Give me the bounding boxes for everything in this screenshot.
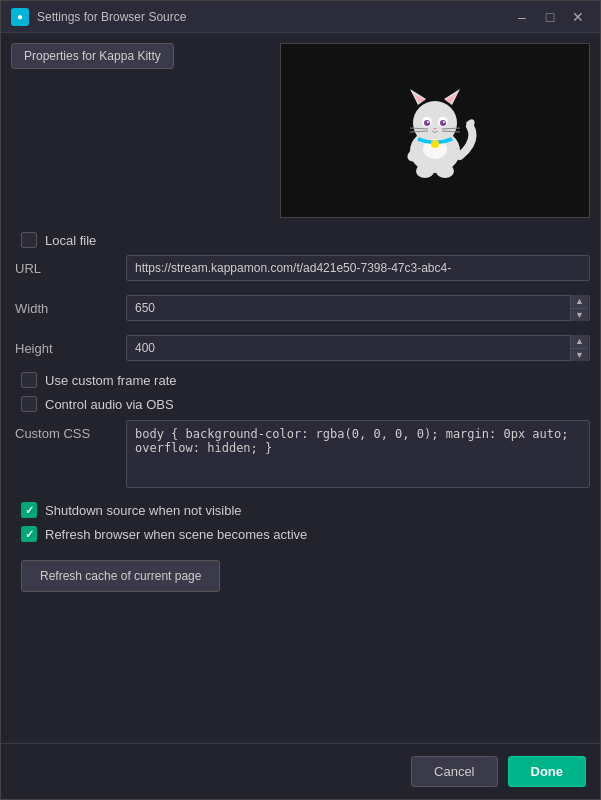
svg-point-11 (443, 121, 445, 123)
done-button[interactable]: Done (508, 756, 587, 787)
height-input[interactable] (126, 335, 590, 361)
settings-window: ● Settings for Browser Source – □ ✕ Prop… (0, 0, 601, 800)
width-label: Width (11, 301, 126, 316)
preview-box (280, 43, 590, 218)
minimize-button[interactable]: – (510, 7, 534, 27)
height-increment[interactable]: ▲ (570, 335, 588, 349)
width-decrement[interactable]: ▼ (570, 309, 588, 322)
url-label: URL (11, 261, 126, 276)
height-label: Height (11, 341, 126, 356)
width-input[interactable] (126, 295, 590, 321)
svg-point-20 (436, 164, 454, 178)
custom-fps-checkbox[interactable] (21, 372, 37, 388)
shutdown-label: Shutdown source when not visible (45, 503, 242, 518)
width-increment[interactable]: ▲ (570, 295, 588, 309)
control-audio-row: Control audio via OBS (11, 396, 590, 412)
custom-fps-row: Use custom frame rate (11, 372, 590, 388)
app-icon: ● (11, 8, 29, 26)
custom-css-textarea[interactable] (126, 420, 590, 488)
cat-sprite (390, 81, 480, 181)
cancel-button[interactable]: Cancel (411, 756, 497, 787)
svg-point-21 (431, 140, 439, 148)
width-row: Width ▲ ▼ (11, 292, 590, 324)
local-file-label: Local file (45, 233, 96, 248)
refresh-cache-button[interactable]: Refresh cache of current page (21, 560, 220, 592)
svg-point-9 (440, 120, 446, 126)
main-content: Properties for Kappa Kitty (1, 33, 600, 743)
local-file-row: Local file (11, 232, 590, 248)
height-spinner: ▲ ▼ (126, 335, 590, 361)
refresh-browser-row: Refresh browser when scene becomes activ… (11, 526, 590, 542)
custom-fps-label: Use custom frame rate (45, 373, 177, 388)
preview-area: Properties for Kappa Kitty (11, 43, 590, 218)
properties-button[interactable]: Properties for Kappa Kitty (11, 43, 174, 69)
svg-point-19 (416, 164, 434, 178)
width-control: ▲ ▼ (126, 295, 590, 321)
height-row: Height ▲ ▼ (11, 332, 590, 364)
control-audio-label: Control audio via OBS (45, 397, 174, 412)
bottom-bar: Cancel Done (1, 743, 600, 799)
url-control (126, 255, 590, 281)
width-spinner: ▲ ▼ (126, 295, 590, 321)
custom-css-control (126, 420, 590, 488)
shutdown-row: Shutdown source when not visible (11, 502, 590, 518)
height-decrement[interactable]: ▼ (570, 349, 588, 362)
svg-point-10 (427, 121, 429, 123)
refresh-cache-area: Refresh cache of current page (11, 550, 590, 592)
window-title: Settings for Browser Source (37, 10, 510, 24)
refresh-browser-checkbox[interactable] (21, 526, 37, 542)
custom-css-row: Custom CSS (11, 420, 590, 488)
height-arrows: ▲ ▼ (570, 335, 588, 361)
custom-css-label: Custom CSS (11, 420, 126, 441)
url-input[interactable] (126, 255, 590, 281)
height-control: ▲ ▼ (126, 335, 590, 361)
url-row: URL (11, 252, 590, 284)
shutdown-checkbox[interactable] (21, 502, 37, 518)
maximize-button[interactable]: □ (538, 7, 562, 27)
svg-point-8 (424, 120, 430, 126)
control-audio-checkbox[interactable] (21, 396, 37, 412)
close-button[interactable]: ✕ (566, 7, 590, 27)
local-file-checkbox[interactable] (21, 232, 37, 248)
window-controls: – □ ✕ (510, 7, 590, 27)
width-arrows: ▲ ▼ (570, 295, 588, 321)
refresh-browser-label: Refresh browser when scene becomes activ… (45, 527, 307, 542)
title-bar: ● Settings for Browser Source – □ ✕ (1, 1, 600, 33)
